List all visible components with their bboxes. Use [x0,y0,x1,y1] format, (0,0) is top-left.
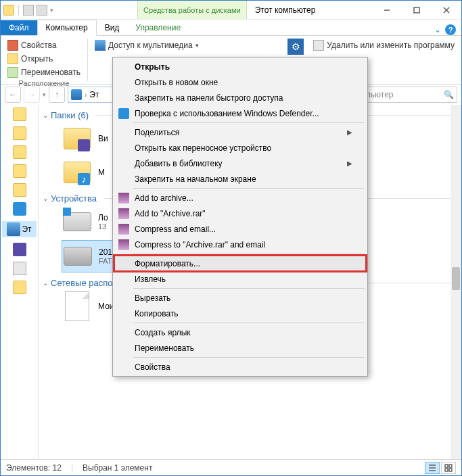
video-icon[interactable] [13,243,26,256]
nav-pane[interactable]: Эт [1,105,39,459]
ribbon-uninstall[interactable]: Удалить или изменить программу [310,39,457,52]
history-dropdown[interactable]: ▾ [43,91,46,98]
folder-icon[interactable] [13,164,26,178]
qat-btn[interactable] [23,5,34,16]
ctx-rename[interactable]: Переименовать [114,340,366,356]
svg-rect-8 [449,465,452,467]
ctx-compress-email[interactable]: Compress and email... [114,221,366,237]
ctx-add-archive-rar[interactable]: Add to "Archive.rar" [114,206,366,221]
chevron-right-icon: ▶ [347,128,352,136]
onedrive-icon[interactable] [13,202,26,216]
vertical-scrollbar[interactable] [451,105,461,459]
quick-access-toolbar: ▾ [1,5,56,16]
window-title: Этот компьютер [255,5,316,15]
app-icon [3,5,14,16]
help-icon[interactable]: ? [445,24,456,35]
context-menu: Открыть Открыть в новом окне Закрепить н… [112,57,368,377]
svg-rect-10 [449,469,452,471]
status-item-count: Элементов: 12 [6,463,62,473]
tab-manage[interactable]: Управление [127,20,189,35]
minimize-button[interactable] [372,1,402,20]
ctx-open-new-window[interactable]: Открыть в новом окне [114,74,366,90]
ribbon-open[interactable]: Открыть [5,52,83,66]
ctx-create-shortcut[interactable]: Создать ярлык [114,325,366,340]
winrar-icon [118,208,129,219]
svg-rect-9 [445,469,448,471]
ctx-cut[interactable]: Вырезать [114,290,366,306]
tab-view[interactable]: Вид [97,20,128,35]
ribbon-rename[interactable]: Переименовать [5,66,83,79]
qat-dropdown[interactable]: ▾ [50,7,53,14]
contextual-tab-header: Средства работы с дисками [137,1,247,19]
status-bar: Элементов: 12 | Выбран 1 элемент [1,459,461,475]
settings-icon[interactable]: ⚙ [287,39,304,55]
ctx-pin-start[interactable]: Закрепить на начальном экране [114,171,366,187]
status-selection: Выбран 1 элемент [83,463,152,473]
ctx-pin-quick-access[interactable]: Закрепить на панели быстрого доступа [114,90,366,105]
ribbon-group-label: Расположение [5,79,83,87]
ribbon-collapse-icon[interactable]: ⌄ [434,25,441,34]
folder-icon[interactable] [13,281,26,294]
ctx-add-library[interactable]: Добавить в библиотеку▶ [114,156,366,171]
maximize-button[interactable] [402,1,432,20]
title-bar: ▾ Средства работы с дисками Этот компьют… [1,1,461,20]
ctx-add-archive[interactable]: Add to archive... [114,190,366,206]
ctx-properties[interactable]: Свойства [114,359,366,375]
folder-icon[interactable] [13,145,26,159]
svg-rect-7 [445,465,448,467]
ctx-copy[interactable]: Копировать [114,306,366,321]
up-button[interactable]: ↑ [49,87,65,103]
ctx-open[interactable]: Открыть [114,59,366,74]
ctx-defender-scan[interactable]: Проверка с использованием Windows Defend… [114,105,366,121]
ribbon-properties[interactable]: Свойства [5,39,83,52]
shield-icon [118,108,129,119]
ribbon-media-access[interactable]: Доступ к мультимедиа ▾ [92,39,202,52]
sidebar-this-pc[interactable]: Эт [2,221,37,237]
doc-icon[interactable] [13,262,26,275]
ctx-share[interactable]: Поделиться▶ [114,124,366,140]
winrar-icon [118,224,129,235]
winrar-icon [118,193,129,204]
chevron-right-icon: ▶ [347,160,352,167]
ctx-compress-rar-email[interactable]: Compress to "Archive.rar" and email [114,237,366,252]
ctx-format[interactable]: Форматировать... [114,256,366,271]
svg-rect-1 [414,7,419,13]
tab-file[interactable]: Файл [1,20,37,35]
breadcrumb[interactable]: Эт [89,90,99,99]
ctx-eject[interactable]: Извлечь [114,271,366,287]
forward-button[interactable]: → [24,87,40,103]
qat-btn[interactable] [37,5,47,16]
folder-icon[interactable] [13,108,26,121]
tab-computer[interactable]: Компьютер [37,20,97,36]
ctx-open-portable[interactable]: Открыть как переносное устройство [114,140,366,156]
search-icon[interactable]: 🔍 [444,90,454,99]
winrar-icon [118,239,129,250]
folder-icon[interactable] [13,126,26,140]
view-icons-button[interactable] [441,462,456,474]
back-button[interactable]: ← [5,87,21,103]
pc-icon [71,89,82,100]
view-details-button[interactable] [425,462,440,474]
folder-icon[interactable] [13,183,26,197]
close-button[interactable] [432,1,461,20]
ribbon-tabs: Файл Компьютер Вид Управление ⌄ ? [1,20,461,36]
